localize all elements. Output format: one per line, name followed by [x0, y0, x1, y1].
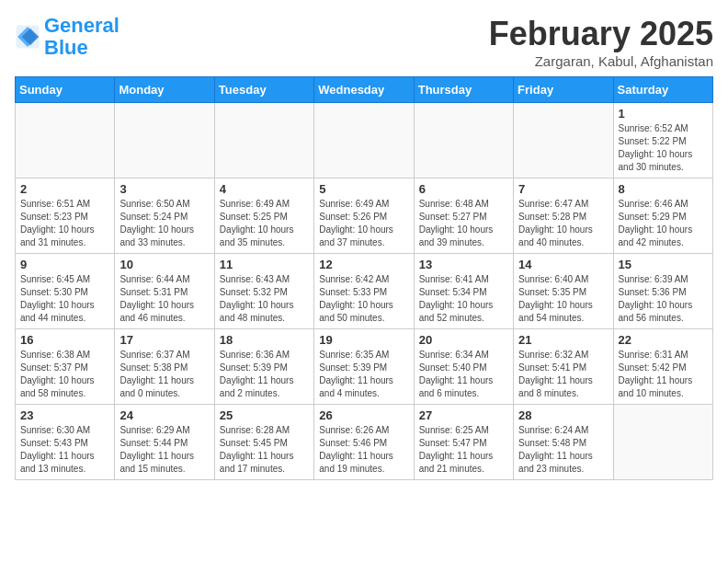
- calendar-cell: 20Sunrise: 6:34 AM Sunset: 5:40 PM Dayli…: [414, 329, 513, 405]
- day-info: Sunrise: 6:44 AM Sunset: 5:31 PM Dayligh…: [119, 273, 209, 325]
- month-title: February 2025: [489, 15, 713, 53]
- location-title: Zargaran, Kabul, Afghanistan: [489, 53, 713, 69]
- calendar-cell: 22Sunrise: 6:31 AM Sunset: 5:42 PM Dayli…: [613, 329, 712, 405]
- calendar-cell: 2Sunrise: 6:51 AM Sunset: 5:23 PM Daylig…: [16, 178, 115, 254]
- calendar-cell: 15Sunrise: 6:39 AM Sunset: 5:36 PM Dayli…: [613, 254, 712, 329]
- calendar-cell: 4Sunrise: 6:49 AM Sunset: 5:25 PM Daylig…: [214, 178, 313, 254]
- day-info: Sunrise: 6:46 AM Sunset: 5:29 PM Dayligh…: [619, 198, 708, 249]
- calendar-cell: 26Sunrise: 6:26 AM Sunset: 5:46 PM Dayli…: [314, 405, 414, 480]
- calendar-cell: [16, 103, 115, 178]
- calendar-cell: 19Sunrise: 6:35 AM Sunset: 5:39 PM Dayli…: [314, 329, 414, 405]
- day-number: 27: [419, 408, 508, 422]
- day-number: 5: [319, 182, 408, 196]
- day-info: Sunrise: 6:36 AM Sunset: 5:39 PM Dayligh…: [220, 349, 309, 400]
- day-number: 1: [619, 107, 708, 121]
- calendar-week-row: 16Sunrise: 6:38 AM Sunset: 5:37 PM Dayli…: [16, 329, 713, 405]
- day-info: Sunrise: 6:38 AM Sunset: 5:37 PM Dayligh…: [20, 349, 109, 400]
- calendar-cell: [613, 405, 712, 480]
- day-info: Sunrise: 6:37 AM Sunset: 5:38 PM Dayligh…: [119, 349, 209, 400]
- calendar-cell: 11Sunrise: 6:43 AM Sunset: 5:32 PM Dayli…: [214, 254, 313, 329]
- day-info: Sunrise: 6:52 AM Sunset: 5:22 PM Dayligh…: [619, 122, 708, 174]
- day-info: Sunrise: 6:35 AM Sunset: 5:39 PM Dayligh…: [319, 349, 408, 400]
- day-info: Sunrise: 6:31 AM Sunset: 5:42 PM Dayligh…: [619, 349, 708, 400]
- logo-icon: [15, 24, 40, 50]
- calendar-cell: [414, 103, 513, 178]
- weekday-header-sunday: Sunday: [16, 77, 115, 103]
- day-number: 6: [419, 182, 508, 196]
- day-info: Sunrise: 6:24 AM Sunset: 5:48 PM Dayligh…: [518, 424, 608, 476]
- calendar-cell: 6Sunrise: 6:48 AM Sunset: 5:27 PM Daylig…: [414, 178, 513, 254]
- calendar-cell: 3Sunrise: 6:50 AM Sunset: 5:24 PM Daylig…: [115, 178, 214, 254]
- calendar-cell: [514, 103, 613, 178]
- day-number: 18: [220, 333, 309, 347]
- calendar-cell: 13Sunrise: 6:41 AM Sunset: 5:34 PM Dayli…: [414, 254, 513, 329]
- calendar-cell: 23Sunrise: 6:30 AM Sunset: 5:43 PM Dayli…: [16, 405, 115, 480]
- calendar-cell: 25Sunrise: 6:28 AM Sunset: 5:45 PM Dayli…: [214, 405, 313, 480]
- day-number: 26: [319, 408, 408, 422]
- calendar-cell: 10Sunrise: 6:44 AM Sunset: 5:31 PM Dayli…: [115, 254, 214, 329]
- day-info: Sunrise: 6:43 AM Sunset: 5:32 PM Dayligh…: [220, 273, 309, 325]
- day-info: Sunrise: 6:26 AM Sunset: 5:46 PM Dayligh…: [319, 424, 408, 476]
- day-number: 28: [518, 408, 608, 422]
- calendar-cell: 16Sunrise: 6:38 AM Sunset: 5:37 PM Dayli…: [16, 329, 115, 405]
- day-number: 13: [419, 258, 508, 271]
- day-info: Sunrise: 6:34 AM Sunset: 5:40 PM Dayligh…: [419, 349, 508, 400]
- calendar-cell: 28Sunrise: 6:24 AM Sunset: 5:48 PM Dayli…: [514, 405, 613, 480]
- calendar-week-row: 2Sunrise: 6:51 AM Sunset: 5:23 PM Daylig…: [16, 178, 713, 254]
- logo-general: General: [44, 14, 119, 37]
- weekday-header-monday: Monday: [115, 77, 214, 103]
- day-number: 12: [319, 258, 408, 271]
- weekday-header-friday: Friday: [514, 77, 613, 103]
- calendar-table: SundayMondayTuesdayWednesdayThursdayFrid…: [15, 76, 713, 480]
- logo: General Blue: [15, 15, 119, 59]
- day-number: 20: [419, 333, 508, 347]
- day-info: Sunrise: 6:39 AM Sunset: 5:36 PM Dayligh…: [619, 273, 708, 325]
- day-info: Sunrise: 6:45 AM Sunset: 5:30 PM Dayligh…: [20, 273, 109, 325]
- calendar-cell: [314, 103, 414, 178]
- day-number: 10: [119, 258, 209, 271]
- day-number: 7: [518, 182, 608, 196]
- day-info: Sunrise: 6:32 AM Sunset: 5:41 PM Dayligh…: [518, 349, 608, 400]
- day-number: 25: [220, 408, 309, 422]
- day-info: Sunrise: 6:30 AM Sunset: 5:43 PM Dayligh…: [20, 424, 109, 476]
- logo-blue: Blue: [44, 36, 88, 59]
- calendar-cell: 14Sunrise: 6:40 AM Sunset: 5:35 PM Dayli…: [514, 254, 613, 329]
- weekday-header-thursday: Thursday: [414, 77, 513, 103]
- page-header: General Blue February 2025 Zargaran, Kab…: [15, 15, 713, 69]
- day-info: Sunrise: 6:28 AM Sunset: 5:45 PM Dayligh…: [220, 424, 309, 476]
- day-number: 22: [619, 333, 708, 347]
- day-number: 17: [119, 333, 209, 347]
- calendar-cell: [214, 103, 313, 178]
- day-number: 21: [518, 333, 608, 347]
- calendar-cell: [115, 103, 214, 178]
- calendar-week-row: 9Sunrise: 6:45 AM Sunset: 5:30 PM Daylig…: [16, 254, 713, 329]
- calendar-cell: 5Sunrise: 6:49 AM Sunset: 5:26 PM Daylig…: [314, 178, 414, 254]
- day-info: Sunrise: 6:25 AM Sunset: 5:47 PM Dayligh…: [419, 424, 508, 476]
- day-info: Sunrise: 6:47 AM Sunset: 5:28 PM Dayligh…: [518, 198, 608, 249]
- day-number: 8: [619, 182, 708, 196]
- weekday-header-tuesday: Tuesday: [214, 77, 313, 103]
- calendar-cell: 1Sunrise: 6:52 AM Sunset: 5:22 PM Daylig…: [613, 103, 712, 178]
- day-info: Sunrise: 6:41 AM Sunset: 5:34 PM Dayligh…: [419, 273, 508, 325]
- day-number: 23: [20, 408, 109, 422]
- day-info: Sunrise: 6:50 AM Sunset: 5:24 PM Dayligh…: [119, 198, 209, 249]
- calendar-cell: 8Sunrise: 6:46 AM Sunset: 5:29 PM Daylig…: [613, 178, 712, 254]
- calendar-cell: 12Sunrise: 6:42 AM Sunset: 5:33 PM Dayli…: [314, 254, 414, 329]
- calendar-cell: 7Sunrise: 6:47 AM Sunset: 5:28 PM Daylig…: [514, 178, 613, 254]
- weekday-header-row: SundayMondayTuesdayWednesdayThursdayFrid…: [16, 77, 713, 103]
- day-number: 19: [319, 333, 408, 347]
- day-number: 24: [119, 408, 209, 422]
- day-info: Sunrise: 6:40 AM Sunset: 5:35 PM Dayligh…: [518, 273, 608, 325]
- calendar-week-row: 23Sunrise: 6:30 AM Sunset: 5:43 PM Dayli…: [16, 405, 713, 480]
- day-info: Sunrise: 6:49 AM Sunset: 5:25 PM Dayligh…: [220, 198, 309, 249]
- title-area: February 2025 Zargaran, Kabul, Afghanist…: [489, 15, 713, 69]
- calendar-cell: 18Sunrise: 6:36 AM Sunset: 5:39 PM Dayli…: [214, 329, 313, 405]
- calendar-cell: 17Sunrise: 6:37 AM Sunset: 5:38 PM Dayli…: [115, 329, 214, 405]
- day-number: 16: [20, 333, 109, 347]
- calendar-week-row: 1Sunrise: 6:52 AM Sunset: 5:22 PM Daylig…: [16, 103, 713, 178]
- day-number: 4: [220, 182, 309, 196]
- day-info: Sunrise: 6:51 AM Sunset: 5:23 PM Dayligh…: [20, 198, 109, 249]
- day-number: 9: [20, 258, 109, 271]
- day-number: 11: [220, 258, 309, 271]
- calendar-cell: 9Sunrise: 6:45 AM Sunset: 5:30 PM Daylig…: [16, 254, 115, 329]
